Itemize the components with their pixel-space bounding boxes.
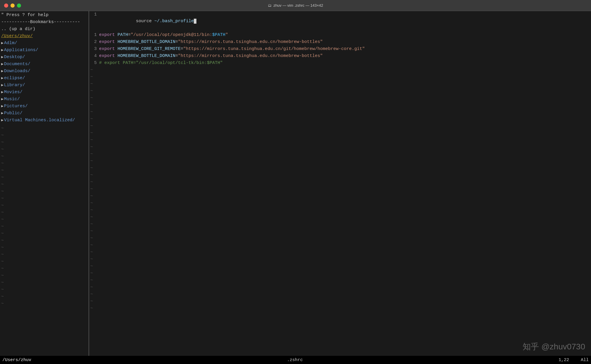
arrow-icon: ▶ [1,82,4,88]
tilde: ~ [90,291,93,298]
arrow-icon: ▶ [1,61,4,67]
editor-content: 1 source ~/.bash_profile 1 export PATH="… [89,11,591,356]
list-item[interactable]: ▶ Downloads/ [1,68,87,75]
netrw-updir[interactable]: .. (up a dir) [1,26,87,33]
arrow-icon: ▶ [1,89,4,95]
comment: # export PATH="/usr/local/opt/tcl-tk/bin… [99,60,223,67]
code-area[interactable]: 1 source ~/.bash_profile 1 export PATH="… [89,11,591,356]
window-controls [4,4,21,8]
close-button[interactable] [4,4,8,8]
dir-name: eclipse/ [4,75,25,82]
status-range: All [581,358,589,363]
tilde-line: ~ [90,95,590,102]
status-position-group: 1,22 All [559,358,589,363]
tilde: ~ [90,207,93,214]
netrw-current-dir: /Users/zhuv/ [1,33,87,40]
tilde-line: ~ [1,251,87,258]
tilde: ~ [90,235,93,242]
tilde-line: ~ [1,174,87,181]
netrw-panel[interactable]: " Press ? for help -----------Bookmarks-… [0,11,89,356]
tilde-line: ~ [90,277,590,284]
tilde-line: ~ [90,88,590,95]
vim-editor-panel[interactable]: 1 source ~/.bash_profile 1 export PATH="… [89,11,591,356]
editor-line: 3 export HOMEBREW_CORE_GIT_REMOTE="https… [90,46,590,53]
tilde-line: ~ [1,223,87,230]
editor-line: 5 # export PATH="/usr/local/opt/tcl-tk/b… [90,60,590,67]
list-item[interactable]: ▶ Virtual Machines.localized/ [1,117,87,124]
tilde-line: ~ [90,291,590,298]
tilde-line: ~ [90,81,590,88]
tilde: ~ [90,228,93,235]
tilde: ~ [90,158,93,165]
list-item[interactable]: ▶ Music/ [1,96,87,103]
tilde-line: ~ [90,137,590,144]
arrow-icon: ▶ [1,96,4,102]
tilde: ~ [90,74,93,81]
status-filepath: /Users/zhuv [2,358,31,363]
folder-icon: 🗂 [268,3,272,8]
tilde: ~ [90,172,93,179]
statusbar: /Users/zhuv .zshrc 1,22 All [0,356,591,364]
window: 🗂 zhuv — vim .zshrc — 143×42 " Press ? f… [0,0,591,364]
tilde-line: ~ [90,102,590,109]
tilde-line: ~ [90,123,590,130]
keyword: export [99,46,117,53]
dir-name: Library/ [4,82,25,89]
title-text: zhuv — vim .zshrc — 143×42 [273,3,323,8]
var-name: HOMEBREW_BOTTLE_DOMAIN [117,39,175,46]
tilde-line: ~ [90,186,590,193]
list-item[interactable]: ▶ Movies/ [1,89,87,96]
tilde-line: ~ [1,265,87,272]
status-filename: .zshrc [287,358,303,363]
tilde: ~ [90,242,93,249]
tilde: ~ [90,263,93,270]
tilde: ~ [90,305,93,312]
var-name: PATH [117,32,128,39]
tilde-line: ~ [90,263,590,270]
tilde: ~ [90,298,93,305]
arrow-icon: ▶ [1,103,4,109]
dir-name: Pictures/ [4,103,28,110]
tilde-line: ~ [90,165,590,172]
arrow-icon: ▶ [1,68,4,74]
list-item[interactable]: ▶ Applications/ [1,47,87,54]
tilde: ~ [90,130,93,137]
tilde: ~ [90,186,93,193]
tilde: ~ [90,144,93,151]
list-item[interactable]: ▶ Desktop/ [1,54,87,61]
minimize-button[interactable] [11,4,15,8]
tilde: ~ [90,179,93,186]
editor-line: 1 source ~/.bash_profile [90,11,590,32]
list-item[interactable]: ▶ Public/ [1,110,87,117]
list-item[interactable]: ▶ Pictures/ [1,103,87,110]
code-content: source ~/.bash_profile [99,11,196,32]
tilde-line: ~ [90,298,590,305]
editor-separator: 1 export PATH="/usr/local/opt/openjdk@11… [90,32,590,39]
list-item[interactable]: ▶ eclipse/ [1,75,87,82]
tilde: ~ [90,102,93,109]
dir-name: Music/ [4,96,20,103]
list-item[interactable]: ▶ Library/ [1,82,87,89]
tilde-line: ~ [90,235,590,242]
list-item[interactable]: ▶ Documents/ [1,61,87,68]
tilde: ~ [90,81,93,88]
tilde: ~ [90,200,93,207]
tilde-line: ~ [90,144,590,151]
tilde-line: ~ [90,151,590,158]
tilde: ~ [90,123,93,130]
editor-line: 2 export HOMEBREW_BOTTLE_DOMAIN="https:/… [90,39,590,46]
tilde: ~ [90,88,93,95]
tilde-line: ~ [1,202,87,209]
tilde: ~ [90,270,93,277]
netrw-content: " Press ? for help -----------Bookmarks-… [0,11,89,308]
tilde-line: ~ [90,179,590,186]
tilde-line: ~ [1,160,87,167]
dir-name: Public/ [4,110,23,117]
tilde: ~ [90,116,93,123]
arrow-icon: ▶ [1,110,4,116]
maximize-button[interactable] [17,4,21,8]
list-item[interactable]: ▶ Adlm/ [1,40,87,47]
arrow-icon: ▶ [1,54,4,60]
tilde-line: ~ [90,249,590,256]
tilde-line: ~ [90,256,590,263]
